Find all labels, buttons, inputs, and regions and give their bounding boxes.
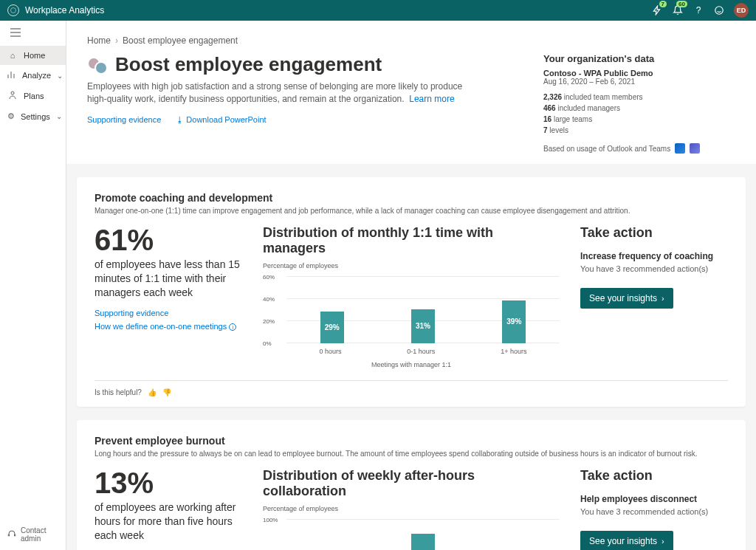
action-heading: Take action xyxy=(580,225,728,241)
sidebar-item-label: Home xyxy=(24,51,45,60)
card-heading: Promote coaching and development xyxy=(94,192,728,204)
stat-sub: of employees have less than 15 minutes o… xyxy=(94,258,242,300)
action-title: Help employees disconnect xyxy=(580,494,728,504)
action-sub: You have 3 recommended action(s) xyxy=(580,264,728,273)
user-avatar[interactable]: ED xyxy=(734,3,749,18)
sidebar-item-home[interactable]: ⌂ Home xyxy=(0,46,66,65)
svg-point-0 xyxy=(715,7,724,15)
action-sub: You have 3 recommended action(s) xyxy=(580,507,728,516)
app-name: Workplace Analytics xyxy=(25,5,104,16)
based-on-label: Based on usage of Outlook and Teams xyxy=(543,145,670,153)
page-subtitle: Employees with high job satisfaction and… xyxy=(87,80,471,106)
chart-burnout: 0%50%100%8%79%13%0-1 hours1-5 hours5+ ho… xyxy=(263,517,560,550)
action-heading: Take action xyxy=(580,468,728,484)
persona-icon xyxy=(87,57,108,73)
contact-admin-label: Contact admin xyxy=(21,526,58,543)
teams-icon xyxy=(690,143,700,154)
bell-icon[interactable]: 60 xyxy=(667,0,688,21)
define-link[interactable]: How we define one-on-one meetings i xyxy=(94,322,242,331)
gear-icon: ⚙ xyxy=(7,111,15,121)
org-date: Aug 16, 2020 – Feb 6, 2021 xyxy=(543,78,735,86)
home-icon: ⌂ xyxy=(7,51,18,60)
lightning-icon[interactable]: 7 xyxy=(647,0,667,21)
info-icon: i xyxy=(229,323,236,331)
org-name: Contoso - WPA Public Demo xyxy=(543,69,735,78)
chevron-down-icon: ⌄ xyxy=(56,112,62,120)
feedback-icon[interactable] xyxy=(709,0,729,21)
see-insights-button[interactable]: See your insights› xyxy=(580,531,673,550)
supporting-evidence-link[interactable]: Supporting evidence xyxy=(87,115,161,124)
main-content: Home › Boost employee engagement Boost e… xyxy=(66,21,756,550)
download-icon: ⭳ xyxy=(176,115,184,124)
chevron-right-icon: › xyxy=(662,537,664,546)
chart-title: Distribution of monthly 1:1 time with ma… xyxy=(263,225,560,256)
page-title: Boost employee engagement xyxy=(115,53,382,76)
sidebar-item-plans[interactable]: Plans xyxy=(0,86,66,106)
plans-icon xyxy=(7,91,18,101)
svg-point-7 xyxy=(11,92,14,94)
thumb-down-icon[interactable]: 👎 xyxy=(162,388,171,396)
headset-icon xyxy=(7,529,16,540)
org-heading: Your organization's data xyxy=(543,53,735,64)
org-data-panel: Your organization's data Contoso - WPA P… xyxy=(543,53,735,154)
org-stat: 2,326 included team members xyxy=(543,92,735,103)
breadcrumb-current: Boost employee engagement xyxy=(123,35,238,46)
chart-ylabel: Percentage of employees xyxy=(263,262,560,269)
card-desc: Manager one-on-one (1:1) time can improv… xyxy=(94,207,728,215)
stat-big: 13% xyxy=(94,468,242,498)
notif-badge: 7 xyxy=(659,1,667,7)
org-stat: 7 levels xyxy=(543,125,735,136)
download-powerpoint-link[interactable]: ⭳ Download PowerPoint xyxy=(176,115,266,124)
helpful-label: Is this helpful? xyxy=(94,388,142,396)
sidebar-item-analyze[interactable]: Analyze ⌄ xyxy=(0,65,66,86)
chart-coaching: 0%20%40%60%29%31%39%0 hours0-1 hours1+ h… xyxy=(263,274,560,361)
breadcrumb-home[interactable]: Home xyxy=(87,35,111,46)
outlook-icon xyxy=(675,143,685,154)
supporting-evidence-link[interactable]: Supporting evidence xyxy=(94,309,242,317)
org-stat: 16 large teams xyxy=(543,114,735,125)
card-desc: Long hours and the pressure to always be… xyxy=(94,450,728,458)
breadcrumb: Home › Boost employee engagement xyxy=(87,35,735,46)
chart-ylabel: Percentage of employees xyxy=(263,505,560,512)
card-burnout: Prevent employee burnout Long hours and … xyxy=(77,420,746,550)
top-bar: Workplace Analytics 7 60 ? ED xyxy=(0,0,756,21)
stat-big: 61% xyxy=(94,225,242,255)
help-icon[interactable]: ? xyxy=(688,0,709,21)
menu-toggle[interactable] xyxy=(0,21,66,46)
org-stat: 466 included managers xyxy=(543,103,735,114)
sidebar-item-settings[interactable]: ⚙ Settings ⌄ xyxy=(0,106,66,126)
contact-admin-link[interactable]: Contact admin xyxy=(0,519,66,550)
sidebar-item-label: Settings xyxy=(21,112,50,121)
brand: Workplace Analytics xyxy=(7,4,104,16)
chevron-down-icon: ⌄ xyxy=(57,72,63,80)
chevron-right-icon: › xyxy=(662,294,664,303)
card-heading: Prevent employee burnout xyxy=(94,435,728,447)
chart-xlabel: Meetings with manager 1:1 xyxy=(263,361,560,368)
analyze-icon xyxy=(7,70,16,80)
card-coaching: Promote coaching and development Manager… xyxy=(77,177,746,407)
learn-more-link[interactable]: Learn more xyxy=(409,94,454,104)
chart-title: Distribution of weekly after-hours colla… xyxy=(263,468,560,499)
product-logo-icon xyxy=(7,4,19,16)
sidebar-item-label: Plans xyxy=(24,92,44,100)
chevron-right-icon: › xyxy=(115,35,118,46)
see-insights-button[interactable]: See your insights› xyxy=(580,288,673,309)
bell-badge: 60 xyxy=(676,1,687,7)
sidebar: ⌂ Home Analyze ⌄ Plans ⚙ Settings ⌄ Cont… xyxy=(0,21,66,550)
stat-sub: of employees are working after hours for… xyxy=(94,501,242,543)
sidebar-item-label: Analyze xyxy=(22,71,51,80)
thumb-up-icon[interactable]: 👍 xyxy=(148,388,157,396)
action-title: Increase frequency of coaching xyxy=(580,251,728,261)
